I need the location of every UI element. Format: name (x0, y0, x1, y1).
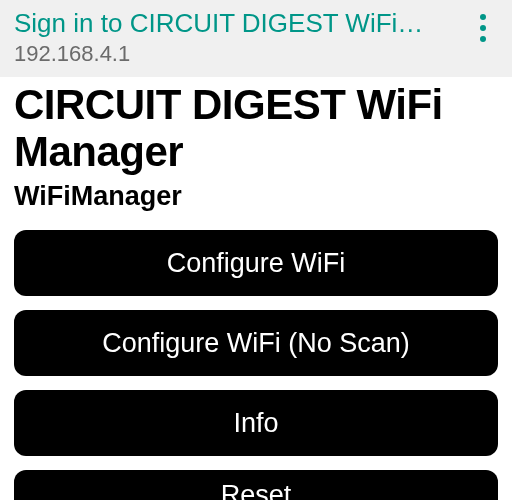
reset-button[interactable]: Reset (14, 470, 498, 500)
main-content: CIRCUIT DIGEST WiFi Manager WiFiManager … (0, 77, 512, 500)
configure-wifi-noscan-button[interactable]: Configure WiFi (No Scan) (14, 310, 498, 376)
captive-portal-header: Sign in to CIRCUIT DIGEST WiFi… 192.168.… (0, 0, 512, 77)
button-stack: Configure WiFi Configure WiFi (No Scan) … (14, 230, 498, 500)
header-text: Sign in to CIRCUIT DIGEST WiFi… 192.168.… (14, 8, 470, 67)
header-ip: 192.168.4.1 (14, 41, 470, 67)
info-button[interactable]: Info (14, 390, 498, 456)
page-subtitle: WiFiManager (14, 181, 498, 212)
configure-wifi-button[interactable]: Configure WiFi (14, 230, 498, 296)
header-title: Sign in to CIRCUIT DIGEST WiFi… (14, 8, 470, 39)
more-options-icon[interactable] (470, 8, 498, 42)
page-title: CIRCUIT DIGEST WiFi Manager (14, 81, 498, 175)
